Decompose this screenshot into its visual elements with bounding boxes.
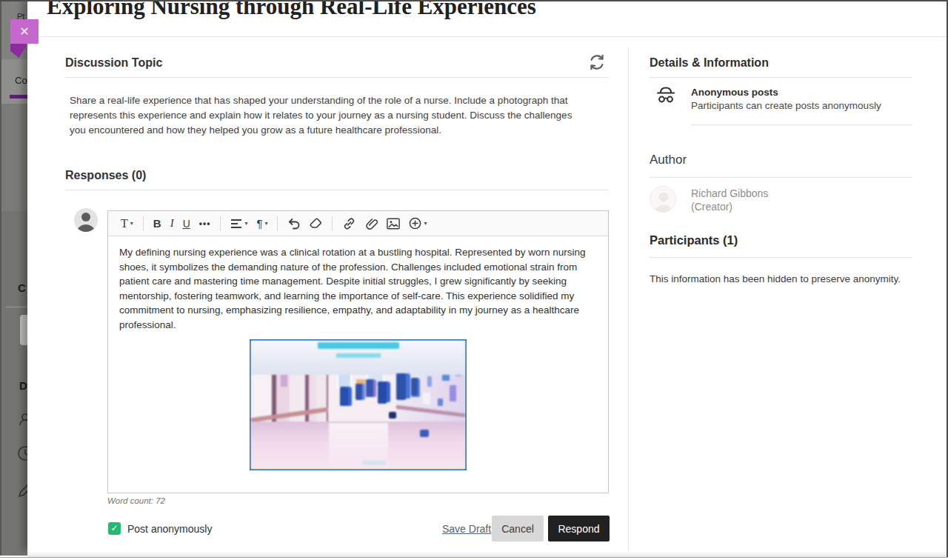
paragraph-button[interactable]: ¶ ▾ [252, 213, 272, 234]
author-avatar [650, 186, 676, 213]
check-icon: ✓ [110, 523, 118, 533]
underlay-divider [6, 307, 27, 307]
attached-image-nurses-corridor[interactable] [250, 339, 467, 470]
underlay-heading-fragment-1: C [18, 281, 26, 294]
underlay-left-edge [0, 0, 1, 556]
author-role: (Creator) [691, 201, 732, 213]
toolbar-separator [143, 216, 144, 231]
refresh-icon [587, 53, 607, 72]
save-draft-link[interactable]: Save Draft [442, 523, 491, 535]
align-button[interactable]: ▾ [226, 213, 252, 234]
text-style-button[interactable]: T ▾ [116, 213, 138, 234]
discussion-topic-heading: Discussion Topic [65, 56, 162, 70]
underline-button[interactable]: U [178, 213, 195, 234]
attach-file-button[interactable] [361, 213, 382, 234]
participants-divider [650, 257, 912, 258]
more-formatting-button[interactable]: ••• [195, 213, 216, 234]
toolbar-separator [220, 216, 221, 231]
underlay-content-tab-fragment: Co [15, 75, 27, 86]
underlay-input-fragment [20, 315, 27, 345]
chevron-down-icon: ▾ [130, 220, 133, 227]
align-icon [230, 219, 242, 229]
add-circle-icon [409, 217, 421, 230]
pencil-icon [16, 481, 27, 499]
respond-button[interactable]: Respond [548, 516, 610, 541]
insert-content-button[interactable]: ▾ [404, 213, 431, 234]
underlay-active-tab-underline [10, 95, 27, 99]
topic-divider [65, 77, 609, 78]
author-name: Richard Gibbons [691, 187, 768, 199]
page-title: Exploring Nursing through Real-Life Expe… [47, 0, 536, 20]
italic-button[interactable]: I [166, 213, 178, 234]
remove-formatting-button[interactable] [305, 213, 327, 234]
post-anonymously-label: Post anonymously [127, 523, 212, 535]
dimmed-background-page: Pt Co C D [0, 0, 27, 556]
post-anonymously-checkbox[interactable]: ✓ [108, 522, 121, 535]
details-sidebar: Details & Information Anonymous posts Pa… [650, 0, 913, 551]
author-divider [650, 177, 912, 178]
image-icon [387, 218, 400, 230]
underlay-heading-fragment-2: D [19, 379, 27, 392]
editor-toolbar: T ▾ B I U ••• ▾ ¶ ▾ [108, 211, 608, 236]
author-heading: Author [650, 153, 687, 167]
chevron-down-icon: ▾ [424, 220, 427, 227]
cancel-button[interactable]: Cancel [492, 516, 544, 541]
details-divider [650, 77, 912, 78]
insert-link-button[interactable] [338, 213, 361, 234]
undo-button[interactable] [283, 213, 305, 234]
link-icon [342, 218, 356, 230]
toolbar-separator [277, 216, 278, 231]
window-top-border [0, 0, 948, 1]
details-information-heading: Details & Information [650, 56, 769, 70]
editor-content[interactable]: My defining nursing experience was a cli… [108, 236, 608, 470]
close-panel-button[interactable]: ✕ [10, 19, 39, 44]
paperclip-icon [365, 217, 378, 230]
person-silhouette-icon [74, 208, 98, 232]
current-user-avatar [74, 208, 98, 232]
insert-image-button[interactable] [382, 213, 404, 234]
anonymity-note: This information has been hidden to pres… [650, 273, 901, 284]
participants-heading: Participants (1) [650, 233, 738, 247]
panel-bottom-shadow [27, 551, 948, 557]
sidebar-divider [628, 47, 629, 552]
responses-heading: Responses (0) [65, 169, 146, 182]
clock-icon [16, 444, 27, 462]
anonymous-divider [691, 124, 912, 125]
undo-icon [287, 218, 301, 230]
discussion-topic-body: Share a real-life experience that has sh… [70, 93, 582, 138]
toolbar-separator [332, 216, 333, 231]
response-text[interactable]: My defining nursing experience was a cli… [119, 245, 597, 332]
anonymous-posts-title: Anonymous posts [691, 87, 778, 98]
responses-divider [65, 190, 609, 190]
response-editor: T ▾ B I U ••• ▾ ¶ ▾ [107, 210, 609, 493]
hospital-corridor-photo [251, 341, 465, 469]
chevron-down-icon: ▾ [244, 220, 247, 227]
incognito-icon [655, 85, 676, 104]
word-count: Word count: 72 [107, 496, 165, 505]
underlay-mid-band [0, 104, 27, 211]
eraser-icon [310, 218, 322, 229]
chevron-down-icon: ▾ [264, 220, 267, 227]
bold-button[interactable]: B [149, 213, 166, 234]
person-icon [18, 412, 27, 427]
anonymous-posts-description: Participants can create posts anonymousl… [691, 100, 881, 111]
discussion-panel: Exploring Nursing through Real-Life Expe… [27, 0, 948, 551]
refresh-button[interactable] [586, 52, 608, 74]
close-icon: ✕ [19, 25, 29, 38]
faint-person-icon [650, 187, 676, 213]
